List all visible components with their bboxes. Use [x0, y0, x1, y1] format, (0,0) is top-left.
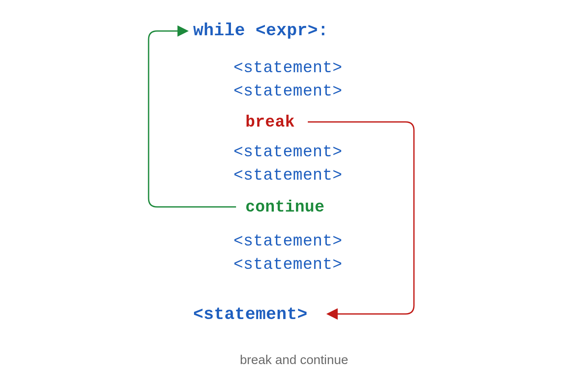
continue-arrow	[149, 31, 236, 207]
while-header: while <expr>:	[193, 21, 329, 40]
body-statement-2: <statement>	[234, 82, 342, 100]
break-keyword: break	[245, 113, 295, 131]
body-statement-1: <statement>	[234, 59, 342, 77]
body-statement-5: <statement>	[234, 232, 342, 250]
diagram-stage: while <expr>: <statement> <statement> br…	[0, 0, 588, 390]
diagram-caption: break and continue	[0, 353, 588, 367]
body-statement-4: <statement>	[234, 166, 342, 184]
body-statement-6: <statement>	[234, 255, 342, 274]
body-statement-3: <statement>	[234, 143, 342, 161]
after-loop-statement: <statement>	[193, 305, 308, 324]
continue-keyword: continue	[245, 198, 324, 216]
